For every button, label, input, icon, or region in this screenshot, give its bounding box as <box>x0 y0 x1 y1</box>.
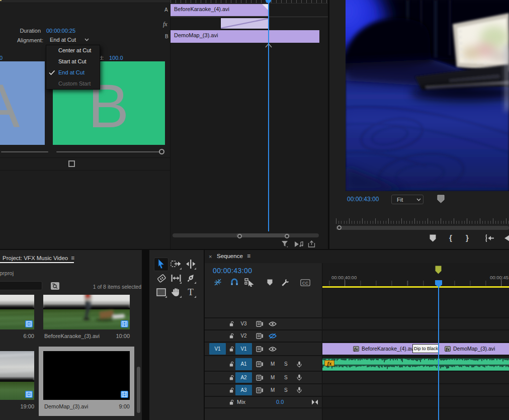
step-back-button[interactable] <box>504 234 509 242</box>
lock-icon[interactable] <box>229 399 234 405</box>
export-frame-icon[interactable] <box>308 240 316 248</box>
add-marker-button[interactable] <box>430 234 436 242</box>
ruler-ticks[interactable] <box>322 281 509 286</box>
linked-selection-icon[interactable] <box>244 278 255 287</box>
voiceover-record-mic-icon[interactable] <box>297 387 302 393</box>
alignment-dropdown[interactable]: End at Cut <box>46 36 91 44</box>
selection-tool[interactable] <box>156 259 167 270</box>
close-panel-icon[interactable]: × <box>209 254 212 260</box>
filter-properties-icon[interactable] <box>281 240 289 248</box>
lock-icon[interactable] <box>229 321 234 327</box>
solo-button[interactable]: S <box>284 361 288 367</box>
sync-lock-icon[interactable] <box>256 361 264 367</box>
menu-item-custom-start[interactable]: Custom Start <box>46 78 100 90</box>
bin-item[interactable]: BeforeKaraoke_(3).avi 10:00 <box>39 295 134 346</box>
hscroll-zoom-handle-right[interactable] <box>285 234 289 238</box>
mute-button[interactable]: M <box>271 387 275 393</box>
bin-item[interactable]: 6:00 <box>0 295 39 346</box>
sync-lock-icon[interactable] <box>256 346 264 352</box>
menu-item-start-at-cut[interactable]: Start at Cut <box>46 56 100 67</box>
dip-to-black-transition[interactable]: Dip to Black <box>412 344 439 353</box>
transition-ramp-box[interactable] <box>220 18 269 29</box>
track-target-a1[interactable]: A1 <box>235 358 252 370</box>
incoming-clip-b[interactable]: DemoMap_(3).avi <box>171 30 319 43</box>
pen-tool[interactable] <box>185 273 196 284</box>
track-select-forward-tool[interactable] <box>171 259 182 270</box>
hand-tool[interactable] <box>171 287 182 298</box>
show-actual-sources-checkbox[interactable] <box>68 160 75 167</box>
snap-magnet-icon[interactable] <box>230 278 238 286</box>
program-video-frame[interactable] <box>346 0 509 191</box>
program-scrollbar-track[interactable] <box>336 226 509 230</box>
nest-sequences-toggle-icon[interactable] <box>214 278 222 286</box>
solo-button[interactable]: S <box>284 375 288 380</box>
end-slider-knob[interactable] <box>159 149 164 154</box>
ripple-edit-tool[interactable] <box>185 259 196 270</box>
timeline-clip-2[interactable]: DemoMap_(3).avi <box>453 346 495 352</box>
timeline-clip-1[interactable]: BeforeKaraoke_(4).avi <box>362 346 414 352</box>
menu-item-center-at-cut[interactable]: Center at Cut <box>46 45 100 56</box>
program-timecode[interactable]: 00:00:43:00 <box>347 196 379 203</box>
go-to-in-button[interactable] <box>484 234 494 242</box>
mark-in-button[interactable]: { <box>449 233 452 242</box>
start-slider-track[interactable] <box>1 151 48 152</box>
panel-menu-icon[interactable]: ≡ <box>71 255 74 262</box>
captions-icon[interactable]: CC <box>300 279 310 286</box>
bin-item[interactable]: vi 19:00 <box>0 347 39 416</box>
search-input[interactable] <box>0 281 42 290</box>
lock-icon[interactable] <box>229 333 234 339</box>
keyframe-navigator-icon[interactable] <box>311 399 318 405</box>
toggle-track-output-eye-icon[interactable] <box>269 321 277 326</box>
play-audio-preview-icon[interactable] <box>294 240 304 248</box>
voiceover-record-mic-icon[interactable] <box>297 374 302 381</box>
a1-track-content[interactable]: fx <box>322 358 509 371</box>
project-tab[interactable]: Project: VFX Music Video <box>3 255 68 261</box>
lock-icon[interactable] <box>229 346 234 352</box>
slip-tool[interactable] <box>171 273 182 284</box>
sequence-marker-icon[interactable] <box>435 266 442 274</box>
effect-controls-time-ruler[interactable] <box>171 0 328 4</box>
track-target-v3[interactable]: V3 <box>235 319 252 329</box>
outgoing-clip-a[interactable]: BeforeKaraoke_(4).avi <box>171 4 269 16</box>
toggle-track-output-eye-icon[interactable] <box>269 347 277 352</box>
timeline-timecode[interactable]: 00:00:43:00 <box>213 267 252 275</box>
track-target-a2[interactable]: A2 <box>235 372 252 383</box>
lock-icon[interactable] <box>229 375 234 381</box>
bin-item-selected[interactable]: DemoMap_(3).avi 9:00 <box>39 347 134 416</box>
settings-marker-icon[interactable] <box>437 195 445 203</box>
solo-button[interactable]: S <box>284 387 288 393</box>
mute-button[interactable]: M <box>271 375 275 380</box>
find-button[interactable] <box>51 282 59 290</box>
track-target-v1[interactable]: V1 <box>235 343 252 355</box>
add-marker-icon[interactable] <box>267 279 273 286</box>
timeline-playhead-line[interactable] <box>438 287 439 420</box>
program-scrollbar-knob[interactable] <box>337 225 342 230</box>
rectangle-tool[interactable] <box>156 287 167 298</box>
panel-menu-icon[interactable]: ≡ <box>247 253 250 260</box>
track-target-a3[interactable]: A3 <box>235 385 252 395</box>
end-slider-track[interactable] <box>56 151 160 152</box>
project-scrollbar-thumb[interactable] <box>137 367 140 413</box>
sync-lock-icon[interactable] <box>256 333 264 339</box>
lock-icon[interactable] <box>229 361 234 367</box>
voiceover-record-mic-icon[interactable] <box>297 361 302 368</box>
hscroll-zoom-handle-left[interactable] <box>237 234 242 238</box>
source-patch-v1[interactable]: V1 <box>209 343 226 355</box>
sync-lock-icon[interactable] <box>256 387 264 393</box>
type-tool[interactable]: T <box>185 287 196 298</box>
duration-value[interactable]: 00:00:00:25 <box>46 28 75 34</box>
mark-out-button[interactable]: } <box>466 233 469 242</box>
lock-icon[interactable] <box>229 387 234 393</box>
effect-controls-playhead[interactable] <box>268 0 269 231</box>
effect-controls-hscroll-thumb[interactable] <box>236 233 290 237</box>
work-area-bar[interactable] <box>322 286 509 288</box>
menu-item-end-at-cut[interactable]: End at Cut <box>46 67 100 78</box>
mute-button[interactable]: M <box>271 361 275 367</box>
sync-lock-icon[interactable] <box>256 375 264 381</box>
zoom-level-dropdown[interactable]: Fit <box>391 195 423 204</box>
timeline-settings-wrench-icon[interactable] <box>281 278 290 287</box>
mix-value[interactable]: 0.0 <box>276 399 284 405</box>
track-output-disabled-eye-icon[interactable] <box>269 333 277 339</box>
sync-lock-icon[interactable] <box>256 321 264 327</box>
razor-tool[interactable] <box>156 273 167 284</box>
